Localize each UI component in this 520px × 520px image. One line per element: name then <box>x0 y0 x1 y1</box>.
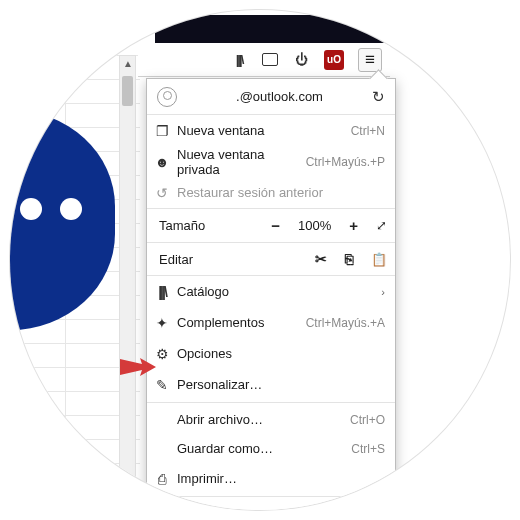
cut-button[interactable]: ✂ <box>315 251 327 267</box>
browser-toolbar: |||\ ⏻ uO ≡ <box>138 43 390 77</box>
power-icon[interactable]: ⏻ <box>292 51 310 69</box>
scroll-up-icon[interactable]: ▲ <box>123 58 133 69</box>
menu-new-private-window[interactable]: ☻ Nueva ventana privada Ctrl+Mayús.+P <box>147 146 395 177</box>
avatar-icon <box>157 87 177 107</box>
zoom-in-button[interactable]: + <box>349 217 358 234</box>
chevron-right-icon: › <box>381 286 385 298</box>
zoom-label: Tamaño <box>159 218 229 233</box>
ublock-icon[interactable]: uO <box>324 50 344 70</box>
menu-edit: Editar ✂ ⎘ 📋 <box>147 242 395 276</box>
red-arrow-annotation <box>120 355 156 379</box>
menu-addons[interactable]: ✦ Complementos Ctrl+Mayús.+A <box>147 307 395 338</box>
sync-icon[interactable]: ↻ <box>372 88 385 106</box>
menu-print[interactable]: ⎙ Imprimir… <box>147 463 395 494</box>
vertical-scrollbar[interactable]: ▲ <box>119 55 136 495</box>
scroll-thumb[interactable] <box>122 76 133 106</box>
account-email: .@outlook.com <box>187 89 372 104</box>
paste-button[interactable]: 📋 <box>371 252 387 267</box>
svg-marker-0 <box>120 358 156 376</box>
menu-restore-session: ↺ Restaurar sesión anterior <box>147 177 395 208</box>
menu-library[interactable]: |||\ Catálogo › <box>147 276 395 307</box>
printer-icon: ⎙ <box>153 471 171 487</box>
account-row[interactable]: .@outlook.com ↻ <box>147 79 395 115</box>
fullscreen-button[interactable]: ⤢ <box>376 218 387 233</box>
edit-label: Editar <box>159 252 229 267</box>
orange-tag: NTA <box>10 90 45 108</box>
menu-open-file[interactable]: Abrir archivo… Ctrl+O <box>147 405 395 434</box>
puzzle-icon: ✦ <box>153 315 171 331</box>
mask-icon: ☻ <box>153 154 171 170</box>
menu-find[interactable]: 🔍 Buscar en esta página… Ctrl+F <box>147 499 395 510</box>
search-icon: 🔍 <box>153 507 171 511</box>
menu-options[interactable]: ⚙ Opciones <box>147 338 395 369</box>
restore-icon: ↺ <box>153 185 171 201</box>
reader-view-icon[interactable] <box>262 53 278 66</box>
window-tabstrip <box>155 15 385 43</box>
hamburger-menu-button[interactable]: ≡ <box>358 48 382 72</box>
window-minimize-icon[interactable] <box>346 22 358 24</box>
window-icon: ❐ <box>153 123 171 139</box>
zoom-out-button[interactable]: − <box>271 217 280 234</box>
library-books-icon: |||\ <box>153 284 171 300</box>
menu-customize[interactable]: ✎ Personalizar… <box>147 369 395 400</box>
copy-button[interactable]: ⎘ <box>345 251 353 267</box>
library-icon[interactable]: |||\ <box>230 51 248 69</box>
hamburger-menu: .@outlook.com ↻ ❐ Nueva ventana Ctrl+N ☻… <box>146 78 396 510</box>
menu-zoom: Tamaño − 100% + ⤢ <box>147 208 395 242</box>
zoom-value: 100% <box>298 218 331 233</box>
menu-new-window[interactable]: ❐ Nueva ventana Ctrl+N <box>147 115 395 146</box>
menu-save-as[interactable]: Guardar como… Ctrl+S <box>147 434 395 463</box>
